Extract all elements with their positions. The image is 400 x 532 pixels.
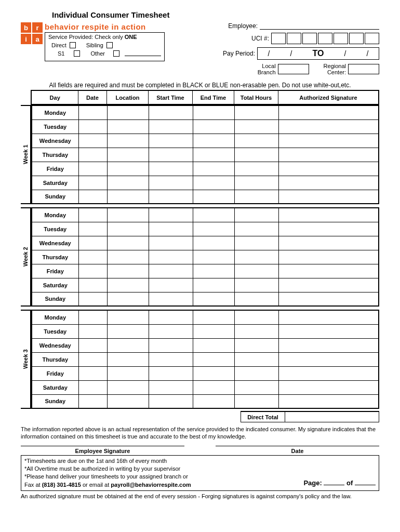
end-cell[interactable] bbox=[193, 176, 234, 190]
sig-cell[interactable] bbox=[278, 338, 379, 352]
hours-cell[interactable] bbox=[234, 105, 278, 119]
hours-cell[interactable] bbox=[234, 119, 278, 134]
sig-cell[interactable] bbox=[278, 250, 379, 264]
hours-cell[interactable] bbox=[234, 324, 278, 338]
date-cell[interactable] bbox=[78, 250, 107, 264]
start-cell[interactable] bbox=[149, 338, 193, 352]
checkbox-direct[interactable] bbox=[70, 42, 76, 48]
end-cell[interactable] bbox=[193, 222, 234, 236]
date-cell[interactable] bbox=[78, 278, 107, 292]
sig-cell[interactable] bbox=[278, 208, 379, 222]
sig-cell[interactable] bbox=[278, 134, 379, 148]
location-cell[interactable] bbox=[107, 278, 149, 292]
start-cell[interactable] bbox=[149, 394, 193, 408]
end-cell[interactable] bbox=[193, 394, 234, 408]
date-cell[interactable] bbox=[78, 176, 107, 190]
end-cell[interactable] bbox=[193, 105, 234, 119]
date-cell[interactable] bbox=[78, 324, 107, 338]
sig-cell[interactable] bbox=[278, 222, 379, 236]
location-cell[interactable] bbox=[107, 292, 149, 306]
hours-cell[interactable] bbox=[234, 338, 278, 352]
sig-cell[interactable] bbox=[278, 366, 379, 380]
location-cell[interactable] bbox=[107, 222, 149, 236]
start-cell[interactable] bbox=[149, 264, 193, 278]
location-cell[interactable] bbox=[107, 134, 149, 148]
checkbox-other[interactable] bbox=[113, 50, 119, 57]
date-signature-line[interactable] bbox=[216, 446, 379, 447]
date-cell[interactable] bbox=[78, 222, 107, 236]
location-cell[interactable] bbox=[107, 190, 149, 204]
end-cell[interactable] bbox=[193, 264, 234, 278]
date-cell[interactable] bbox=[78, 310, 107, 324]
location-cell[interactable] bbox=[107, 148, 149, 162]
hours-cell[interactable] bbox=[234, 380, 278, 394]
sig-cell[interactable] bbox=[278, 352, 379, 366]
start-cell[interactable] bbox=[149, 105, 193, 119]
date-cell[interactable] bbox=[78, 208, 107, 222]
hours-cell[interactable] bbox=[234, 292, 278, 306]
other-blank[interactable] bbox=[125, 51, 161, 56]
start-cell[interactable] bbox=[149, 278, 193, 292]
sig-cell[interactable] bbox=[278, 119, 379, 134]
sig-cell[interactable] bbox=[278, 394, 379, 408]
location-cell[interactable] bbox=[107, 366, 149, 380]
end-cell[interactable] bbox=[193, 119, 234, 134]
start-cell[interactable] bbox=[149, 380, 193, 394]
sig-cell[interactable] bbox=[278, 264, 379, 278]
location-cell[interactable] bbox=[107, 119, 149, 134]
sig-cell[interactable] bbox=[278, 292, 379, 306]
start-cell[interactable] bbox=[149, 119, 193, 134]
end-cell[interactable] bbox=[193, 338, 234, 352]
start-cell[interactable] bbox=[149, 352, 193, 366]
start-cell[interactable] bbox=[149, 148, 193, 162]
date-cell[interactable] bbox=[78, 352, 107, 366]
checkbox-sibling[interactable] bbox=[106, 42, 113, 48]
location-cell[interactable] bbox=[107, 380, 149, 394]
location-cell[interactable] bbox=[107, 236, 149, 250]
date-cell[interactable] bbox=[78, 394, 107, 408]
hours-cell[interactable] bbox=[234, 278, 278, 292]
hours-cell[interactable] bbox=[234, 250, 278, 264]
location-cell[interactable] bbox=[107, 264, 149, 278]
hours-cell[interactable] bbox=[234, 208, 278, 222]
hours-cell[interactable] bbox=[234, 236, 278, 250]
sig-cell[interactable] bbox=[278, 380, 379, 394]
end-cell[interactable] bbox=[193, 324, 234, 338]
end-cell[interactable] bbox=[193, 134, 234, 148]
location-cell[interactable] bbox=[107, 352, 149, 366]
date-cell[interactable] bbox=[78, 162, 107, 176]
page-number[interactable] bbox=[324, 479, 344, 485]
sig-cell[interactable] bbox=[278, 162, 379, 176]
date-cell[interactable] bbox=[78, 134, 107, 148]
date-cell[interactable] bbox=[78, 380, 107, 394]
hours-cell[interactable] bbox=[234, 394, 278, 408]
date-cell[interactable] bbox=[78, 338, 107, 352]
end-cell[interactable] bbox=[193, 236, 234, 250]
hours-cell[interactable] bbox=[234, 148, 278, 162]
start-cell[interactable] bbox=[149, 250, 193, 264]
date-cell[interactable] bbox=[78, 236, 107, 250]
hours-cell[interactable] bbox=[234, 352, 278, 366]
sig-cell[interactable] bbox=[278, 278, 379, 292]
hours-cell[interactable] bbox=[234, 176, 278, 190]
employee-signature-line[interactable] bbox=[21, 446, 184, 447]
sig-cell[interactable] bbox=[278, 310, 379, 324]
hours-cell[interactable] bbox=[234, 162, 278, 176]
location-cell[interactable] bbox=[107, 162, 149, 176]
end-cell[interactable] bbox=[193, 208, 234, 222]
date-cell[interactable] bbox=[78, 105, 107, 119]
payperiod-box[interactable]: / / TO / / bbox=[257, 47, 379, 60]
end-cell[interactable] bbox=[193, 366, 234, 380]
start-cell[interactable] bbox=[149, 222, 193, 236]
uci-boxes[interactable] bbox=[271, 33, 379, 44]
start-cell[interactable] bbox=[149, 190, 193, 204]
sig-cell[interactable] bbox=[278, 236, 379, 250]
location-cell[interactable] bbox=[107, 250, 149, 264]
start-cell[interactable] bbox=[149, 236, 193, 250]
end-cell[interactable] bbox=[193, 352, 234, 366]
end-cell[interactable] bbox=[193, 190, 234, 204]
location-cell[interactable] bbox=[107, 338, 149, 352]
hours-cell[interactable] bbox=[234, 134, 278, 148]
location-cell[interactable] bbox=[107, 176, 149, 190]
date-cell[interactable] bbox=[78, 119, 107, 134]
